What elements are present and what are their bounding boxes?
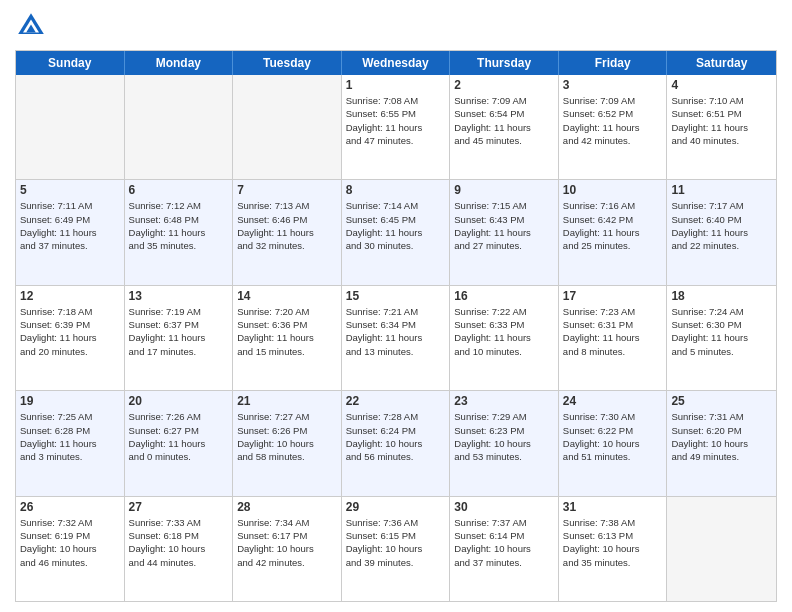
day-number: 26 (20, 500, 120, 514)
logo (15, 10, 51, 42)
day-cell-5: 5Sunrise: 7:11 AM Sunset: 6:49 PM Daylig… (16, 180, 125, 284)
day-info: Sunrise: 7:22 AM Sunset: 6:33 PM Dayligh… (454, 305, 554, 358)
day-info: Sunrise: 7:19 AM Sunset: 6:37 PM Dayligh… (129, 305, 229, 358)
header-day-thursday: Thursday (450, 51, 559, 75)
day-cell-2: 2Sunrise: 7:09 AM Sunset: 6:54 PM Daylig… (450, 75, 559, 179)
calendar-week-2: 5Sunrise: 7:11 AM Sunset: 6:49 PM Daylig… (16, 180, 776, 285)
day-info: Sunrise: 7:38 AM Sunset: 6:13 PM Dayligh… (563, 516, 663, 569)
day-info: Sunrise: 7:25 AM Sunset: 6:28 PM Dayligh… (20, 410, 120, 463)
day-number: 9 (454, 183, 554, 197)
day-cell-10: 10Sunrise: 7:16 AM Sunset: 6:42 PM Dayli… (559, 180, 668, 284)
day-number: 6 (129, 183, 229, 197)
day-number: 31 (563, 500, 663, 514)
empty-day-cell (667, 497, 776, 601)
day-info: Sunrise: 7:14 AM Sunset: 6:45 PM Dayligh… (346, 199, 446, 252)
day-info: Sunrise: 7:16 AM Sunset: 6:42 PM Dayligh… (563, 199, 663, 252)
day-cell-7: 7Sunrise: 7:13 AM Sunset: 6:46 PM Daylig… (233, 180, 342, 284)
day-info: Sunrise: 7:20 AM Sunset: 6:36 PM Dayligh… (237, 305, 337, 358)
day-number: 25 (671, 394, 772, 408)
day-cell-3: 3Sunrise: 7:09 AM Sunset: 6:52 PM Daylig… (559, 75, 668, 179)
day-cell-26: 26Sunrise: 7:32 AM Sunset: 6:19 PM Dayli… (16, 497, 125, 601)
calendar-week-5: 26Sunrise: 7:32 AM Sunset: 6:19 PM Dayli… (16, 497, 776, 601)
day-info: Sunrise: 7:36 AM Sunset: 6:15 PM Dayligh… (346, 516, 446, 569)
day-cell-11: 11Sunrise: 7:17 AM Sunset: 6:40 PM Dayli… (667, 180, 776, 284)
day-info: Sunrise: 7:17 AM Sunset: 6:40 PM Dayligh… (671, 199, 772, 252)
day-cell-1: 1Sunrise: 7:08 AM Sunset: 6:55 PM Daylig… (342, 75, 451, 179)
day-number: 11 (671, 183, 772, 197)
calendar-header: SundayMondayTuesdayWednesdayThursdayFrid… (16, 51, 776, 75)
day-cell-23: 23Sunrise: 7:29 AM Sunset: 6:23 PM Dayli… (450, 391, 559, 495)
day-number: 22 (346, 394, 446, 408)
day-info: Sunrise: 7:21 AM Sunset: 6:34 PM Dayligh… (346, 305, 446, 358)
day-info: Sunrise: 7:32 AM Sunset: 6:19 PM Dayligh… (20, 516, 120, 569)
day-cell-9: 9Sunrise: 7:15 AM Sunset: 6:43 PM Daylig… (450, 180, 559, 284)
day-number: 15 (346, 289, 446, 303)
day-info: Sunrise: 7:29 AM Sunset: 6:23 PM Dayligh… (454, 410, 554, 463)
day-cell-4: 4Sunrise: 7:10 AM Sunset: 6:51 PM Daylig… (667, 75, 776, 179)
day-cell-20: 20Sunrise: 7:26 AM Sunset: 6:27 PM Dayli… (125, 391, 234, 495)
day-info: Sunrise: 7:12 AM Sunset: 6:48 PM Dayligh… (129, 199, 229, 252)
day-info: Sunrise: 7:15 AM Sunset: 6:43 PM Dayligh… (454, 199, 554, 252)
day-number: 27 (129, 500, 229, 514)
day-cell-21: 21Sunrise: 7:27 AM Sunset: 6:26 PM Dayli… (233, 391, 342, 495)
calendar-body: 1Sunrise: 7:08 AM Sunset: 6:55 PM Daylig… (16, 75, 776, 601)
day-number: 13 (129, 289, 229, 303)
day-cell-14: 14Sunrise: 7:20 AM Sunset: 6:36 PM Dayli… (233, 286, 342, 390)
day-cell-31: 31Sunrise: 7:38 AM Sunset: 6:13 PM Dayli… (559, 497, 668, 601)
day-number: 18 (671, 289, 772, 303)
day-number: 29 (346, 500, 446, 514)
day-number: 3 (563, 78, 663, 92)
day-info: Sunrise: 7:31 AM Sunset: 6:20 PM Dayligh… (671, 410, 772, 463)
day-number: 14 (237, 289, 337, 303)
header-day-monday: Monday (125, 51, 234, 75)
empty-day-cell (125, 75, 234, 179)
day-info: Sunrise: 7:09 AM Sunset: 6:52 PM Dayligh… (563, 94, 663, 147)
calendar: SundayMondayTuesdayWednesdayThursdayFrid… (15, 50, 777, 602)
day-cell-6: 6Sunrise: 7:12 AM Sunset: 6:48 PM Daylig… (125, 180, 234, 284)
day-info: Sunrise: 7:23 AM Sunset: 6:31 PM Dayligh… (563, 305, 663, 358)
header (15, 10, 777, 42)
day-info: Sunrise: 7:11 AM Sunset: 6:49 PM Dayligh… (20, 199, 120, 252)
day-cell-13: 13Sunrise: 7:19 AM Sunset: 6:37 PM Dayli… (125, 286, 234, 390)
header-day-friday: Friday (559, 51, 668, 75)
calendar-week-4: 19Sunrise: 7:25 AM Sunset: 6:28 PM Dayli… (16, 391, 776, 496)
day-info: Sunrise: 7:30 AM Sunset: 6:22 PM Dayligh… (563, 410, 663, 463)
day-number: 24 (563, 394, 663, 408)
day-info: Sunrise: 7:24 AM Sunset: 6:30 PM Dayligh… (671, 305, 772, 358)
day-number: 19 (20, 394, 120, 408)
day-cell-25: 25Sunrise: 7:31 AM Sunset: 6:20 PM Dayli… (667, 391, 776, 495)
header-day-tuesday: Tuesday (233, 51, 342, 75)
day-info: Sunrise: 7:33 AM Sunset: 6:18 PM Dayligh… (129, 516, 229, 569)
day-cell-27: 27Sunrise: 7:33 AM Sunset: 6:18 PM Dayli… (125, 497, 234, 601)
day-info: Sunrise: 7:37 AM Sunset: 6:14 PM Dayligh… (454, 516, 554, 569)
day-number: 30 (454, 500, 554, 514)
day-number: 8 (346, 183, 446, 197)
day-cell-29: 29Sunrise: 7:36 AM Sunset: 6:15 PM Dayli… (342, 497, 451, 601)
day-cell-12: 12Sunrise: 7:18 AM Sunset: 6:39 PM Dayli… (16, 286, 125, 390)
day-cell-19: 19Sunrise: 7:25 AM Sunset: 6:28 PM Dayli… (16, 391, 125, 495)
day-number: 28 (237, 500, 337, 514)
day-info: Sunrise: 7:26 AM Sunset: 6:27 PM Dayligh… (129, 410, 229, 463)
day-cell-22: 22Sunrise: 7:28 AM Sunset: 6:24 PM Dayli… (342, 391, 451, 495)
day-number: 4 (671, 78, 772, 92)
header-day-saturday: Saturday (667, 51, 776, 75)
logo-icon (15, 10, 47, 42)
day-info: Sunrise: 7:10 AM Sunset: 6:51 PM Dayligh… (671, 94, 772, 147)
day-cell-30: 30Sunrise: 7:37 AM Sunset: 6:14 PM Dayli… (450, 497, 559, 601)
day-number: 12 (20, 289, 120, 303)
day-number: 5 (20, 183, 120, 197)
day-cell-17: 17Sunrise: 7:23 AM Sunset: 6:31 PM Dayli… (559, 286, 668, 390)
day-number: 7 (237, 183, 337, 197)
day-cell-15: 15Sunrise: 7:21 AM Sunset: 6:34 PM Dayli… (342, 286, 451, 390)
day-info: Sunrise: 7:08 AM Sunset: 6:55 PM Dayligh… (346, 94, 446, 147)
day-cell-24: 24Sunrise: 7:30 AM Sunset: 6:22 PM Dayli… (559, 391, 668, 495)
day-number: 20 (129, 394, 229, 408)
day-number: 21 (237, 394, 337, 408)
day-number: 2 (454, 78, 554, 92)
day-info: Sunrise: 7:27 AM Sunset: 6:26 PM Dayligh… (237, 410, 337, 463)
empty-day-cell (16, 75, 125, 179)
day-number: 23 (454, 394, 554, 408)
day-number: 1 (346, 78, 446, 92)
day-cell-28: 28Sunrise: 7:34 AM Sunset: 6:17 PM Dayli… (233, 497, 342, 601)
day-info: Sunrise: 7:18 AM Sunset: 6:39 PM Dayligh… (20, 305, 120, 358)
